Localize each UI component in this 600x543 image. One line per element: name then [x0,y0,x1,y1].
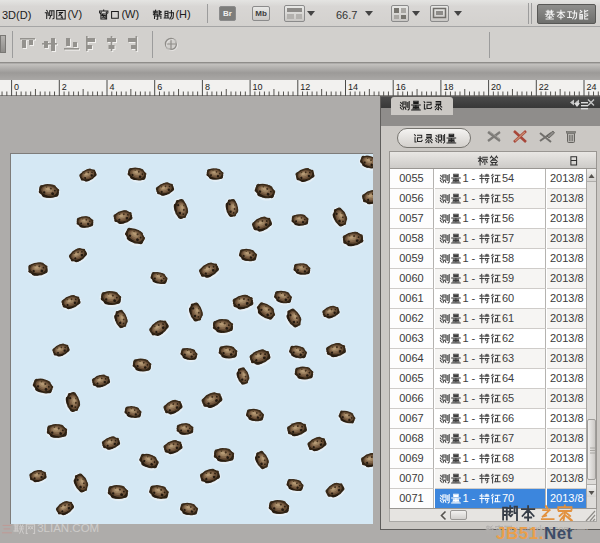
svg-text:1 -: 1 - [462,212,475,224]
svg-text:1 -: 1 - [462,232,475,244]
svg-text:8: 8 [205,82,210,92]
svg-text:56: 56 [502,212,514,224]
svg-text:10: 10 [253,82,263,92]
svg-text:1 -: 1 - [462,432,475,444]
svg-text:63: 63 [502,352,514,364]
svg-text:1 -: 1 - [462,292,475,304]
svg-text:1 -: 1 - [462,372,475,384]
svg-text:1 -: 1 - [462,472,475,484]
svg-text:1 -: 1 - [462,452,475,464]
svg-text:58: 58 [502,252,514,264]
svg-text:67: 67 [502,432,514,444]
svg-text:4: 4 [110,82,115,92]
svg-text:16: 16 [396,82,406,92]
svg-text:64: 64 [502,372,514,384]
svg-text:14: 14 [348,82,358,92]
svg-text:20: 20 [491,82,501,92]
svg-text:57: 57 [502,232,514,244]
svg-text:1 -: 1 - [462,192,475,204]
svg-text:(W): (W) [121,8,139,20]
svg-text:61: 61 [502,312,514,324]
svg-text:70: 70 [502,492,514,504]
svg-text:1 -: 1 - [462,252,475,264]
svg-text:62: 62 [502,332,514,344]
svg-text:(H): (H) [175,8,190,20]
svg-text:66: 66 [502,412,514,424]
svg-text:1 -: 1 - [462,332,475,344]
svg-text:1 -: 1 - [462,272,475,284]
svg-text:65: 65 [502,392,514,404]
svg-text:2: 2 [62,82,67,92]
svg-text:1 -: 1 - [462,172,475,184]
svg-text:54: 54 [502,172,514,184]
svg-text:69: 69 [502,472,514,484]
svg-text:24: 24 [587,82,597,92]
svg-text:60: 60 [502,292,514,304]
svg-text:0: 0 [14,82,19,92]
svg-text:1 -: 1 - [462,392,475,404]
svg-text:1 -: 1 - [462,312,475,324]
svg-text:1 -: 1 - [462,412,475,424]
svg-text:55: 55 [502,192,514,204]
svg-text:6: 6 [157,82,162,92]
svg-text:12: 12 [300,82,310,92]
svg-text:1 -: 1 - [462,492,475,504]
svg-text:18: 18 [443,82,453,92]
svg-text:1 -: 1 - [462,352,475,364]
svg-text:22: 22 [539,82,549,92]
svg-text:68: 68 [502,452,514,464]
svg-text:3LIAN.COM: 3LIAN.COM [37,522,99,534]
svg-text:(V): (V) [67,8,82,20]
svg-text:59: 59 [502,272,514,284]
